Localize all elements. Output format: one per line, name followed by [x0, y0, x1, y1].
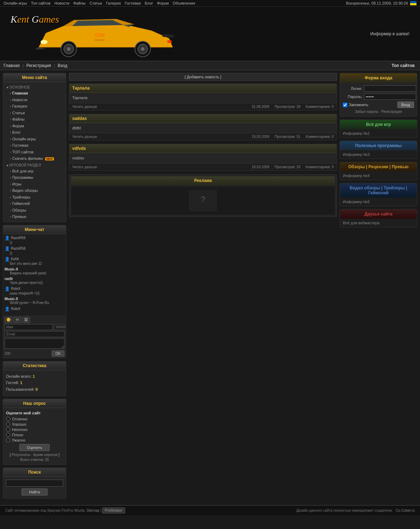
news-read-more-1[interactable]: Читать дальше: [72, 105, 97, 109]
menu-top-sites[interactable]: ТОП сайтов: [5, 149, 64, 156]
poll-radio-3[interactable]: [6, 427, 10, 432]
nav-online-games[interactable]: Онлайн игры: [4, 1, 27, 5]
menu-video-reviews[interactable]: Видео обзоры: [5, 187, 64, 194]
poll-opt-label-3: Неплохо: [12, 427, 27, 432]
menu-forum[interactable]: Форум: [5, 123, 64, 129]
menu-home[interactable]: Главная: [5, 90, 64, 97]
poll-section: Наш опрос Оцените мой сайт Отлично Хорош…: [3, 399, 66, 465]
poll-radio-4[interactable]: [6, 433, 10, 437]
all-games-section: Всё для игр Информер №2: [340, 120, 417, 138]
nav-guestbook[interactable]: Гостевая: [125, 1, 141, 5]
login-label: Логин:: [343, 86, 362, 91]
password-label: Пароль:: [343, 95, 362, 99]
poll-results-link[interactable]: Результаты: [12, 453, 30, 457]
reviews-section: Обзоры | Рецензии | Превью Информер №4: [340, 162, 417, 180]
poll-vote-button[interactable]: Оценить: [19, 444, 50, 451]
mini-chat: Мини-чат 👤 RazoR56 )) 👤 RazoR56 )) 👤 KeN…: [3, 225, 66, 358]
news-footer-2: Читать дальше 19.03.2009 Просмотров: 51 …: [69, 133, 336, 140]
header-informer: Информер в шапке!: [370, 31, 409, 36]
menu-programs[interactable]: Программы: [5, 174, 64, 181]
reviews-title: Обзоры | Рецензии | Превью: [340, 162, 417, 171]
search-section: Поиск Найти: [3, 468, 66, 499]
stats-users-label: Пользователей:: [6, 387, 35, 391]
chat-text: )): [5, 241, 64, 244]
menu-articles[interactable]: Статьи: [5, 110, 64, 116]
menu-reviews[interactable]: Обзоры: [5, 207, 64, 214]
breadcrumb-register[interactable]: Регистрация: [26, 63, 51, 68]
nav-forum[interactable]: Форум: [157, 1, 169, 5]
menu-files[interactable]: Файлы: [5, 116, 64, 123]
search-button[interactable]: Найти: [21, 488, 47, 495]
chat-name-input[interactable]: [5, 324, 53, 330]
all-games-informer: Информер №2: [340, 129, 417, 138]
footer: Сайт оптимизирован под браузер FireFox M…: [0, 505, 420, 515]
menu-preview[interactable]: Превью: [5, 213, 64, 220]
breadcrumb-login[interactable]: Вход: [58, 63, 67, 68]
chat-user: 👤 KeNt: [5, 257, 64, 262]
nav-articles[interactable]: Статьи: [89, 1, 102, 5]
news-body-3: vsddsv: [69, 153, 336, 163]
poll-option-2: Хорошо: [6, 422, 63, 426]
poll-option-4: Плохо: [6, 433, 63, 437]
chat-send-button[interactable]: OK: [52, 351, 64, 357]
menu-trailers[interactable]: Трейлеры: [5, 194, 64, 201]
video-informer: Информер №5: [340, 197, 417, 206]
menu-all-games[interactable]: Всё для игр: [5, 168, 64, 175]
menu-guestbook[interactable]: Гостевая: [5, 142, 64, 149]
svg-rect-8: [167, 40, 172, 43]
cs-cuber-link[interactable]: Cs-Cuber.ru: [396, 509, 415, 512]
stats-body: Онлайн всего: 1 Гостей: 1 Пользователей:…: [3, 370, 66, 396]
chat-user: Music-X: [5, 267, 64, 271]
nav-news[interactable]: Новости: [54, 1, 69, 5]
news-views-label-1: Просмотров: 29: [274, 105, 300, 109]
chat-user: 👤 RoleX: [5, 286, 64, 291]
footer-sitemap-link[interactable]: Sitemap: [86, 509, 99, 512]
menu-online-games[interactable]: Онлайн игры: [5, 136, 64, 142]
avatar-icon: 👤: [5, 246, 10, 251]
nav-blog[interactable]: Блог: [145, 1, 153, 5]
menu-blog[interactable]: Блог: [5, 129, 64, 136]
top-sites-link[interactable]: Топ сайтов: [391, 63, 415, 68]
search-input[interactable]: [6, 480, 63, 487]
nav-gallery[interactable]: Галерея: [106, 1, 121, 5]
breadcrumb-home[interactable]: Главная: [4, 63, 20, 68]
poll-radio-2[interactable]: [6, 422, 10, 426]
menu-films[interactable]: Скачать фильмы NEW: [5, 155, 64, 162]
chat-smile-btn[interactable]: 😊: [5, 317, 12, 323]
register-link[interactable]: Регистрация: [381, 110, 402, 114]
login-input[interactable]: [364, 85, 416, 92]
svg-point-6: [141, 47, 144, 51]
menu-gallery[interactable]: Галерея: [5, 103, 64, 110]
nav-files[interactable]: Файлы: [73, 1, 86, 5]
chat-img-btn[interactable]: 🖼: [22, 317, 30, 323]
poll-radio-1[interactable]: [6, 417, 10, 421]
poll-radio-5[interactable]: [6, 438, 10, 442]
chat-www-input[interactable]: [54, 324, 66, 330]
avatar-icon: 👤: [5, 257, 10, 262]
chat-text: )): [5, 251, 64, 255]
forgot-password-link[interactable]: Забыл пароль: [355, 110, 378, 114]
nav-ads[interactable]: Объявления: [173, 1, 195, 5]
menu-gameplay[interactable]: Геймплей: [5, 200, 64, 207]
chat-mail-btn[interactable]: ✉: [13, 317, 21, 323]
friends-link[interactable]: Всё для вебмастера: [340, 219, 417, 227]
news-read-more-3[interactable]: Читать дальше: [72, 165, 97, 169]
poll-archive-link[interactable]: Архив опросов: [33, 453, 57, 457]
news-title-2: saddas: [69, 114, 336, 123]
nav-top-sites[interactable]: Топ сайтов: [31, 1, 51, 5]
menu-section: Меню сайта ● Основное Главная Новости Га…: [3, 73, 66, 222]
remember-checkbox[interactable]: [343, 103, 347, 107]
chat-text: Видать хороший урок): [5, 271, 64, 275]
add-news-link[interactable]: [ Добавить новость ]: [185, 75, 221, 79]
menu-games[interactable]: Игры: [5, 181, 64, 188]
password-input[interactable]: [364, 93, 416, 100]
news-read-more-2[interactable]: Читать дальше: [72, 135, 97, 139]
news-date-1: 31.08.2009: [252, 105, 269, 109]
chat-email-input[interactable]: [5, 331, 64, 337]
chat-message-input[interactable]: [5, 338, 64, 349]
login-submit-button[interactable]: Вход: [397, 102, 414, 108]
menu-title: Меню сайта: [3, 73, 66, 82]
breadcrumb-sep2: |: [54, 63, 55, 68]
menu-news[interactable]: Новости: [5, 97, 64, 103]
poll-question: Оцените мой сайт: [6, 411, 63, 415]
